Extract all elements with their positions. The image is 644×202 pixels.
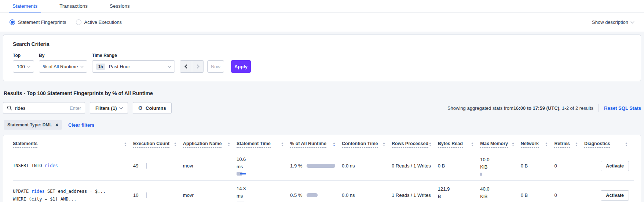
col-header-network[interactable]: Network — [521, 137, 555, 151]
statement-link[interactable]: rides — [45, 163, 58, 168]
chevron-down-icon — [80, 64, 84, 68]
execution-count-value: 10 — [133, 192, 138, 198]
radio-active-executions[interactable]: Active Executions — [76, 19, 122, 25]
col-header-rows-processed[interactable]: Rows Processed — [392, 137, 438, 151]
time-range-label: Time Range — [92, 53, 175, 58]
top-select[interactable]: 100 — [13, 60, 34, 73]
divider — [599, 104, 599, 112]
bytes-read-value: 0 B — [438, 163, 445, 169]
by-select[interactable]: % of All Runtime — [39, 60, 87, 73]
chevron-down-icon — [27, 64, 31, 68]
application-name-value: movr — [183, 163, 194, 169]
memory-bar — [480, 173, 482, 176]
activate-diagnostics-button[interactable]: Activate — [601, 190, 629, 201]
col-header-statements[interactable]: Statements — [13, 137, 133, 151]
search-input[interactable] — [15, 105, 70, 111]
results-controls-row: Enter Filters (1) ⚙ Columns Showing aggr… — [3, 102, 641, 114]
stats-suffix: , 1-2 of 2 results — [559, 105, 593, 111]
sql-text: UPDATE — [13, 189, 32, 194]
statements-page: Search Criteria Top 100 By % of All Runt… — [0, 32, 644, 202]
table-row: UPDATE rides SET end_address = $... WHER… — [13, 181, 634, 202]
sort-icon[interactable] — [471, 143, 473, 146]
time-range-select[interactable]: 1h Past Hour — [92, 60, 175, 73]
search-criteria-card: Search Criteria Top 100 By % of All Runt… — [3, 35, 641, 81]
statement-link[interactable]: rides — [32, 189, 45, 194]
contention-time-value: 0.0 ns — [342, 163, 355, 169]
sort-icon[interactable] — [124, 143, 127, 146]
col-header-bytes-read[interactable]: Bytes Read — [438, 137, 480, 151]
chevron-left-icon — [184, 64, 189, 68]
table-row: INSERT INTO rides 49 movr 10.6 ms 1.9 % … — [13, 151, 634, 181]
clear-filters-link[interactable]: Clear filters — [68, 122, 95, 128]
col-header-runtime-pct[interactable]: % of All Runtime — [290, 137, 342, 151]
radio-statement-fingerprints[interactable]: Statement Fingerprints — [10, 19, 66, 25]
chevron-down-icon — [168, 64, 172, 68]
sort-icon[interactable] — [625, 143, 627, 146]
execution-count-value: 49 — [133, 163, 138, 169]
sort-icon[interactable] — [575, 143, 578, 146]
top-field: Top 100 — [13, 53, 34, 73]
sort-icon-active[interactable] — [333, 143, 335, 146]
now-button[interactable]: Now — [207, 60, 224, 73]
chevron-down-icon — [631, 20, 634, 24]
sort-icon[interactable] — [383, 143, 385, 146]
apply-button[interactable]: Apply — [231, 60, 251, 73]
by-label: By — [39, 53, 87, 58]
time-prev-button[interactable] — [180, 61, 192, 72]
chevron-down-icon — [119, 105, 123, 109]
aggregated-stats-text: Showing aggregated stats from 16:00 to 1… — [447, 104, 641, 112]
rows-processed-value: 1 Reads / 1 Writes — [392, 192, 431, 198]
radio-selected-icon[interactable] — [10, 19, 15, 25]
col-header-contention-time[interactable]: Contention Time — [342, 137, 392, 151]
show-description-toggle[interactable]: Show description — [592, 19, 634, 25]
search-enter-hint: Enter — [70, 105, 81, 111]
statements-table-card: Statements Execution Count Application N… — [3, 135, 641, 202]
tab-statements[interactable]: Statements — [9, 0, 41, 12]
statement-fingerprint[interactable]: INSERT INTO rides — [13, 162, 132, 170]
contention-time-value: 0.0 ns — [342, 192, 355, 198]
sort-icon[interactable] — [429, 143, 431, 146]
sort-icon[interactable] — [228, 143, 230, 146]
radio-unselected-icon[interactable] — [76, 19, 81, 25]
columns-button[interactable]: ⚙ Columns — [133, 102, 172, 114]
tab-transactions[interactable]: Transactions — [56, 0, 91, 12]
bytes-read-value: 121.9 B — [438, 185, 454, 200]
by-field: By % of All Runtime — [39, 53, 87, 73]
col-header-statement-time[interactable]: Statement Time — [237, 137, 290, 151]
col-header-execution-count[interactable]: Execution Count — [133, 137, 183, 151]
network-value: 0 B — [521, 192, 528, 198]
col-header-retries[interactable]: Retries — [554, 137, 584, 151]
stats-time-range: 16:00 to 17:59 (UTC) — [513, 105, 559, 111]
results-title: Results - Top 100 Statement Fingerprints… — [4, 90, 640, 96]
by-select-value: % of All Runtime — [43, 64, 78, 69]
filter-chip-label: Statement Type: DML — [7, 122, 52, 127]
chevron-right-icon — [195, 64, 199, 68]
statement-time-value: 10.6 ms — [237, 156, 250, 170]
time-range-value: Past Hour — [109, 64, 130, 69]
time-next-button[interactable] — [192, 61, 204, 72]
sort-icon[interactable] — [512, 143, 514, 146]
count-bar — [146, 192, 147, 198]
col-header-diagnostics[interactable]: Diagnostics — [584, 137, 634, 151]
reset-sql-stats-link[interactable]: Reset SQL Stats — [604, 105, 641, 111]
runtime-bar — [307, 193, 318, 197]
sql-text: INSERT INTO — [13, 163, 45, 168]
max-memory-value: 40.0 KiB — [480, 185, 496, 200]
sort-icon[interactable] — [174, 143, 176, 146]
filters-button[interactable]: Filters (1) — [90, 102, 128, 114]
statement-fingerprint[interactable]: UPDATE rides SET end_address = $... WHER… — [13, 188, 132, 202]
sort-icon[interactable] — [545, 143, 548, 146]
filter-chip-statement-type[interactable]: Statement Type: DML × — [4, 120, 62, 130]
close-icon[interactable]: × — [55, 123, 58, 127]
tab-sessions[interactable]: Sessions — [106, 0, 133, 12]
top-label: Top — [13, 53, 34, 58]
runtime-pct-value: 1.9 % — [290, 163, 302, 169]
sort-icon[interactable] — [281, 143, 283, 146]
col-header-application-name[interactable]: Application Name — [183, 137, 237, 151]
sql-activity-tabbar: Statements Transactions Sessions — [0, 0, 644, 12]
runtime-pct-value: 0.5 % — [290, 192, 302, 198]
col-header-max-memory[interactable]: Max Memory — [480, 137, 520, 151]
statement-search-box[interactable]: Enter — [3, 102, 85, 114]
time-range-field: Time Range 1h Past Hour — [92, 53, 175, 73]
activate-diagnostics-button[interactable]: Activate — [601, 161, 629, 171]
